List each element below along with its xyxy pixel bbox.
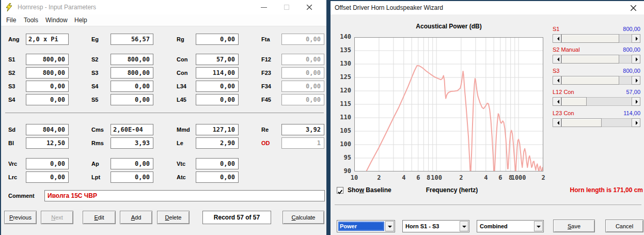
slider-scrollbar-s2[interactable]	[553, 55, 640, 64]
screen: Hornresp - Input Parameters File Tools W…	[0, 0, 644, 235]
arrow-left-icon[interactable]	[553, 55, 561, 64]
add-button[interactable]: Add	[120, 211, 152, 224]
horn-section-dropdown[interactable]: Horn S1 - S3	[402, 220, 469, 232]
param-field-s5[interactable]: 0,00	[111, 94, 153, 105]
param-label-lpt: Lpt	[91, 174, 100, 180]
param-field-f45: 0,00	[281, 94, 324, 105]
param-label-lrc: Lrc	[8, 174, 17, 180]
param-field-rms[interactable]: 3,93	[111, 137, 153, 149]
param-label-s4: S4	[8, 97, 15, 103]
param-field-con[interactable]: 57,00	[196, 54, 239, 65]
slider-value: 800,00	[623, 68, 640, 74]
delete-button[interactable]: Delete	[157, 211, 190, 224]
y-tick-label: 100	[335, 140, 351, 148]
close-icon[interactable]	[625, 1, 641, 14]
calculate-button[interactable]: Calculate	[282, 211, 324, 224]
x-axis-label: Frequency (hertz)	[408, 186, 496, 194]
param-label-s1: S1	[8, 56, 15, 62]
param-field-fta: 0,00	[281, 34, 324, 45]
scrollbar-track[interactable]	[561, 55, 632, 64]
slider-scrollbar-s1[interactable]	[553, 34, 640, 43]
slider-scrollbar-s3[interactable]	[553, 76, 640, 85]
chevron-down-icon[interactable]	[460, 221, 468, 231]
param-field-atc[interactable]: 0,00	[196, 171, 239, 183]
param-field-bl[interactable]: 12,50	[26, 137, 69, 149]
scrollbar-track[interactable]	[561, 76, 632, 85]
scrollbar-thumb[interactable]	[561, 118, 602, 127]
y-tick-label: 115	[335, 100, 351, 107]
scrollbar-thumb[interactable]	[561, 97, 587, 106]
next-button: Next	[41, 211, 73, 224]
param-field-s2[interactable]: 800,00	[111, 54, 153, 65]
show-baseline-checkbox[interactable]	[337, 187, 343, 194]
bottom-divider	[335, 205, 641, 205]
slider-label: L12 Con57,00	[553, 89, 640, 95]
arrow-right-icon[interactable]	[632, 55, 640, 64]
param-field-con[interactable]: 114,00	[196, 67, 239, 79]
scrollbar-track[interactable]	[561, 97, 632, 106]
param-label-le: Le	[177, 140, 183, 146]
arrow-right-icon[interactable]	[632, 76, 640, 85]
param-field-s4[interactable]: 0,00	[26, 94, 69, 105]
param-field-re[interactable]: 3,92	[281, 124, 324, 135]
param-field-s3[interactable]: 800,00	[111, 67, 153, 79]
param-field-lpt[interactable]: 0,00	[111, 171, 153, 183]
param-field-s4[interactable]: 0,00	[111, 81, 153, 92]
param-field-ang[interactable]: 2,0 x Pi	[26, 34, 69, 45]
cancel-button[interactable]: Cancel	[605, 220, 643, 232]
param-field-l34[interactable]: 0,00	[196, 81, 239, 92]
arrow-left-icon[interactable]	[553, 97, 561, 106]
arrow-right-icon[interactable]	[632, 118, 640, 127]
arrow-left-icon[interactable]	[553, 76, 561, 85]
param-field-rg[interactable]: 0,00	[196, 34, 239, 45]
param-field-vrc[interactable]: 0,00	[26, 158, 69, 169]
param-field-le[interactable]: 2,90	[196, 137, 239, 149]
param-label-rg: Rg	[177, 36, 184, 42]
y-tick-label: 125	[335, 73, 351, 81]
param-field-lrc[interactable]: 0,00	[26, 171, 69, 183]
param-field-vtc[interactable]: 0,00	[196, 158, 239, 169]
param-label-ang: Ang	[8, 36, 19, 42]
scrollbar-track[interactable]	[561, 118, 632, 127]
chevron-down-icon[interactable]	[385, 221, 394, 231]
param-field-l45[interactable]: 0,00	[196, 94, 239, 105]
scrollbar-thumb[interactable]	[561, 76, 619, 85]
edit-button[interactable]: Edit	[83, 211, 116, 224]
param-field-cms[interactable]: 2,60E-04	[111, 124, 153, 135]
param-field-s2[interactable]: 800,00	[26, 67, 69, 79]
comment-field[interactable]: Иволга 15С ЧВР	[44, 190, 325, 201]
scrollbar-thumb[interactable]	[561, 55, 619, 64]
param-field-s1[interactable]: 800,00	[26, 54, 69, 65]
param-field-eg[interactable]: 56,57	[111, 34, 153, 45]
chart-title: Acoustical Power (dB)	[354, 23, 543, 30]
y-tick-label: 95	[335, 154, 351, 161]
arrow-right-icon[interactable]	[632, 97, 640, 106]
param-field-sd[interactable]: 804,00	[26, 124, 69, 135]
slider-value: 800,00	[623, 26, 640, 32]
arrow-left-icon[interactable]	[553, 34, 561, 43]
previous-button[interactable]: Previous	[4, 211, 37, 224]
response-mode-dropdown[interactable]: Combined	[477, 220, 544, 232]
y-tick-label: 90	[335, 167, 351, 175]
y-tick-label: 110	[335, 114, 351, 121]
param-field-s3[interactable]: 0,00	[26, 81, 69, 92]
slider-scrollbar-l23[interactable]	[553, 118, 640, 127]
scrollbar-track[interactable]	[561, 34, 632, 43]
param-label-cms: Cms	[91, 127, 104, 133]
title-bar: Offset Driver Horn Loudspeaker Wizard	[331, 1, 644, 14]
param-field-mmd[interactable]: 127,10	[196, 124, 239, 135]
param-field-od: 1	[281, 137, 324, 149]
slider-value: 114,00	[623, 110, 640, 116]
result-type-dropdown[interactable]: Power	[337, 220, 395, 232]
scrollbar-thumb[interactable]	[561, 34, 619, 43]
arrow-right-icon[interactable]	[632, 34, 640, 43]
param-label-l34: L34	[177, 83, 186, 89]
chevron-down-icon[interactable]	[534, 221, 543, 231]
slider-scrollbar-l12[interactable]	[553, 97, 640, 106]
save-button[interactable]: Save	[553, 220, 595, 232]
slider-name: S1	[553, 26, 559, 32]
param-field-ap[interactable]: 0,00	[111, 158, 153, 169]
arrow-left-icon[interactable]	[553, 118, 561, 127]
y-tick-label: 140	[335, 33, 351, 40]
window-title: Offset Driver Horn Loudspeaker Wizard	[335, 4, 443, 11]
